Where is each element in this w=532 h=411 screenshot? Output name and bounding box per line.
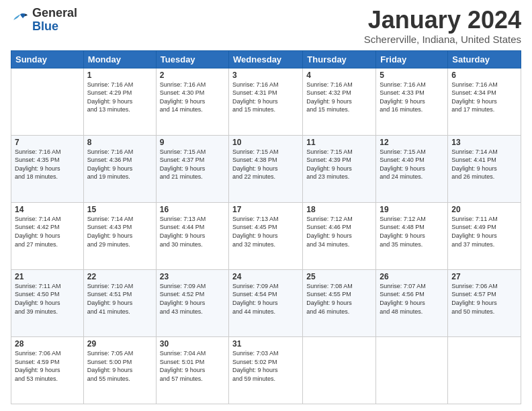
day-info: Sunrise: 7:07 AM Sunset: 4:56 PM Dayligh… xyxy=(380,282,444,316)
day-info: Sunrise: 7:16 AM Sunset: 4:35 PM Dayligh… xyxy=(15,148,80,181)
calendar-cell: 24Sunrise: 7:09 AM Sunset: 4:54 PM Dayli… xyxy=(229,269,303,336)
day-number: 18 xyxy=(306,205,372,214)
day-number: 15 xyxy=(87,205,152,214)
weekday-header-row: SundayMondayTuesdayWednesdayThursdayFrid… xyxy=(11,50,521,68)
day-info: Sunrise: 7:06 AM Sunset: 4:59 PM Dayligh… xyxy=(15,349,80,383)
weekday-header-friday: Friday xyxy=(376,50,448,68)
day-info: Sunrise: 7:08 AM Sunset: 4:55 PM Dayligh… xyxy=(306,282,372,316)
day-number: 6 xyxy=(451,71,517,80)
day-number: 23 xyxy=(160,272,225,281)
calendar-cell: 21Sunrise: 7:11 AM Sunset: 4:50 PM Dayli… xyxy=(11,269,84,336)
day-info: Sunrise: 7:14 AM Sunset: 4:42 PM Dayligh… xyxy=(15,215,80,248)
calendar-cell xyxy=(303,336,376,404)
calendar-cell: 30Sunrise: 7:04 AM Sunset: 5:01 PM Dayli… xyxy=(156,336,228,404)
header: General Blue January 2024 Schererville, … xyxy=(11,7,521,45)
calendar-cell: 31Sunrise: 7:03 AM Sunset: 5:02 PM Dayli… xyxy=(229,336,303,404)
weekday-header-saturday: Saturday xyxy=(448,50,521,68)
location-title: Schererville, Indiana, United States xyxy=(364,34,521,45)
calendar-cell: 19Sunrise: 7:12 AM Sunset: 4:48 PM Dayli… xyxy=(376,202,448,269)
title-block: January 2024 Schererville, Indiana, Unit… xyxy=(364,7,521,45)
day-info: Sunrise: 7:09 AM Sunset: 4:54 PM Dayligh… xyxy=(232,282,299,316)
day-number: 11 xyxy=(306,138,372,147)
calendar-cell: 27Sunrise: 7:06 AM Sunset: 4:57 PM Dayli… xyxy=(448,269,521,336)
day-number: 26 xyxy=(380,272,444,281)
day-info: Sunrise: 7:03 AM Sunset: 5:02 PM Dayligh… xyxy=(232,349,299,383)
calendar-cell: 16Sunrise: 7:13 AM Sunset: 4:44 PM Dayli… xyxy=(156,202,228,269)
day-info: Sunrise: 7:11 AM Sunset: 4:49 PM Dayligh… xyxy=(451,215,517,248)
day-info: Sunrise: 7:16 AM Sunset: 4:34 PM Dayligh… xyxy=(451,81,517,114)
day-info: Sunrise: 7:15 AM Sunset: 4:37 PM Dayligh… xyxy=(160,148,225,181)
calendar-cell: 1Sunrise: 7:16 AM Sunset: 4:29 PM Daylig… xyxy=(83,68,156,135)
calendar-week-row: 1Sunrise: 7:16 AM Sunset: 4:29 PM Daylig… xyxy=(11,68,521,135)
day-number: 22 xyxy=(87,272,152,281)
day-number: 30 xyxy=(160,339,225,349)
calendar-cell: 23Sunrise: 7:09 AM Sunset: 4:52 PM Dayli… xyxy=(156,269,228,336)
day-number: 9 xyxy=(160,138,225,147)
day-number: 2 xyxy=(160,71,225,80)
day-info: Sunrise: 7:09 AM Sunset: 4:52 PM Dayligh… xyxy=(160,282,225,316)
calendar-week-row: 21Sunrise: 7:11 AM Sunset: 4:50 PM Dayli… xyxy=(11,269,521,336)
calendar-cell: 14Sunrise: 7:14 AM Sunset: 4:42 PM Dayli… xyxy=(11,202,84,269)
day-number: 19 xyxy=(380,205,444,214)
logo-text: General Blue xyxy=(32,7,77,34)
calendar-cell xyxy=(448,336,521,404)
day-info: Sunrise: 7:16 AM Sunset: 4:32 PM Dayligh… xyxy=(306,81,372,114)
calendar-week-row: 7Sunrise: 7:16 AM Sunset: 4:35 PM Daylig… xyxy=(11,135,521,202)
day-number: 27 xyxy=(451,272,517,281)
day-number: 28 xyxy=(15,339,80,349)
weekday-header-wednesday: Wednesday xyxy=(229,50,303,68)
day-number: 20 xyxy=(451,205,517,214)
calendar-cell: 13Sunrise: 7:14 AM Sunset: 4:41 PM Dayli… xyxy=(448,135,521,202)
day-number: 21 xyxy=(15,272,80,281)
calendar-cell: 9Sunrise: 7:15 AM Sunset: 4:37 PM Daylig… xyxy=(156,135,228,202)
day-number: 1 xyxy=(87,71,152,80)
day-info: Sunrise: 7:05 AM Sunset: 5:00 PM Dayligh… xyxy=(87,349,152,383)
calendar-week-row: 14Sunrise: 7:14 AM Sunset: 4:42 PM Dayli… xyxy=(11,202,521,269)
calendar-cell: 17Sunrise: 7:13 AM Sunset: 4:45 PM Dayli… xyxy=(229,202,303,269)
day-info: Sunrise: 7:14 AM Sunset: 4:43 PM Dayligh… xyxy=(87,215,152,248)
day-info: Sunrise: 7:15 AM Sunset: 4:38 PM Dayligh… xyxy=(232,148,299,181)
calendar-cell: 28Sunrise: 7:06 AM Sunset: 4:59 PM Dayli… xyxy=(11,336,84,404)
logo-bird-icon xyxy=(11,11,30,30)
day-number: 17 xyxy=(232,205,299,214)
calendar-cell xyxy=(376,336,448,404)
day-info: Sunrise: 7:12 AM Sunset: 4:46 PM Dayligh… xyxy=(306,215,372,248)
day-number: 3 xyxy=(232,71,299,80)
calendar-cell: 2Sunrise: 7:16 AM Sunset: 4:30 PM Daylig… xyxy=(156,68,228,135)
calendar-cell: 4Sunrise: 7:16 AM Sunset: 4:32 PM Daylig… xyxy=(303,68,376,135)
day-number: 8 xyxy=(87,138,152,147)
calendar-cell: 7Sunrise: 7:16 AM Sunset: 4:35 PM Daylig… xyxy=(11,135,84,202)
day-info: Sunrise: 7:15 AM Sunset: 4:39 PM Dayligh… xyxy=(306,148,372,181)
calendar-cell: 26Sunrise: 7:07 AM Sunset: 4:56 PM Dayli… xyxy=(376,269,448,336)
calendar-cell xyxy=(11,68,84,135)
day-number: 24 xyxy=(232,272,299,281)
weekday-header-monday: Monday xyxy=(83,50,156,68)
day-info: Sunrise: 7:11 AM Sunset: 4:50 PM Dayligh… xyxy=(15,282,80,316)
day-info: Sunrise: 7:16 AM Sunset: 4:31 PM Dayligh… xyxy=(232,81,299,114)
day-info: Sunrise: 7:15 AM Sunset: 4:40 PM Dayligh… xyxy=(380,148,444,181)
day-info: Sunrise: 7:04 AM Sunset: 5:01 PM Dayligh… xyxy=(160,349,225,383)
month-title: January 2024 xyxy=(364,7,521,34)
calendar-table: SundayMondayTuesdayWednesdayThursdayFrid… xyxy=(11,50,521,404)
calendar-cell: 3Sunrise: 7:16 AM Sunset: 4:31 PM Daylig… xyxy=(229,68,303,135)
calendar-cell: 15Sunrise: 7:14 AM Sunset: 4:43 PM Dayli… xyxy=(83,202,156,269)
calendar-cell: 5Sunrise: 7:16 AM Sunset: 4:33 PM Daylig… xyxy=(376,68,448,135)
calendar-cell: 11Sunrise: 7:15 AM Sunset: 4:39 PM Dayli… xyxy=(303,135,376,202)
calendar-cell: 6Sunrise: 7:16 AM Sunset: 4:34 PM Daylig… xyxy=(448,68,521,135)
day-number: 25 xyxy=(306,272,372,281)
day-info: Sunrise: 7:14 AM Sunset: 4:41 PM Dayligh… xyxy=(451,148,517,181)
svg-point-0 xyxy=(25,14,27,16)
day-number: 7 xyxy=(15,138,80,147)
day-number: 12 xyxy=(380,138,444,147)
calendar-page: General Blue January 2024 Schererville, … xyxy=(0,0,532,411)
weekday-header-thursday: Thursday xyxy=(303,50,376,68)
day-number: 4 xyxy=(306,71,372,80)
calendar-cell: 25Sunrise: 7:08 AM Sunset: 4:55 PM Dayli… xyxy=(303,269,376,336)
calendar-cell: 18Sunrise: 7:12 AM Sunset: 4:46 PM Dayli… xyxy=(303,202,376,269)
day-number: 31 xyxy=(232,339,299,349)
day-number: 14 xyxy=(15,205,80,214)
day-number: 5 xyxy=(380,71,444,80)
day-info: Sunrise: 7:16 AM Sunset: 4:33 PM Dayligh… xyxy=(380,81,444,114)
day-info: Sunrise: 7:13 AM Sunset: 4:44 PM Dayligh… xyxy=(160,215,225,248)
calendar-cell: 29Sunrise: 7:05 AM Sunset: 5:00 PM Dayli… xyxy=(83,336,156,404)
